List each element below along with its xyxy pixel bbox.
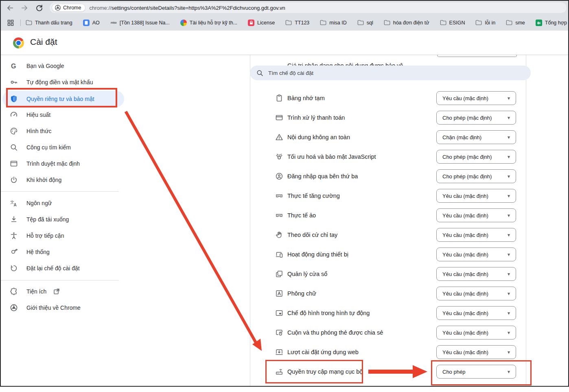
- permission-row-clipboard: Bảng nhớ tạm Yêu cầu (mặc định)▼: [250, 91, 526, 105]
- bookmark-item[interactable]: hóa đơn điện tử: [384, 20, 429, 26]
- sidebar-item-accessibility[interactable]: Hỗ trợ tiếp cận: [1, 228, 124, 244]
- bookmark-item[interactable]: sme: [506, 20, 525, 26]
- sidebar-item-autofill[interactable]: Tự động điền và mật khẩu: [1, 74, 124, 90]
- sidebar-item-privacy-security[interactable]: Quyền riêng tư và bảo mật: [2, 91, 124, 107]
- sidebar-item-default-browser[interactable]: Trình duyệt mặc định: [1, 155, 124, 172]
- window-manage-icon: [275, 270, 283, 278]
- bookmark-item[interactable]: AO: [83, 20, 100, 26]
- permission-row-captured-surface: Cuộn và thu phóng thẻ được chia sẻ Yêu c…: [250, 326, 526, 339]
- permission-dropdown[interactable]: Yêu cầu (mặc định)▼: [436, 345, 516, 359]
- diagonal-arrow-shaft: [126, 112, 256, 344]
- sidebar-item-on-startup[interactable]: Khi khởi động: [1, 172, 124, 188]
- chevron-down-icon: ▼: [507, 331, 511, 335]
- sidebar-item-reset[interactable]: Đặt lại chế độ cài đặt: [1, 260, 124, 276]
- sidebar-item-downloads[interactable]: Tệp đã tải xuống: [1, 211, 124, 228]
- payment-card-icon: [275, 114, 283, 122]
- speedometer-icon: [10, 111, 18, 119]
- puzzle-icon: [10, 287, 18, 296]
- sidebar-item-languages[interactable]: 文A Ngôn ngữ: [1, 195, 124, 211]
- google-g-icon: G: [10, 62, 18, 70]
- sidebar-item-performance[interactable]: Hiệu suất: [1, 107, 124, 123]
- bookmark-item[interactable]: License: [248, 20, 275, 26]
- permission-row-local-network: Quyền truy cập mạng cục bộ Cho phép▼: [250, 365, 526, 379]
- bookmark-item[interactable]: ESIGN: [440, 20, 465, 26]
- settings-header: Cài đặt: [1, 31, 568, 55]
- folder-icon: [320, 20, 326, 26]
- chevron-down-icon: ▼: [507, 96, 511, 101]
- v8-icon: [275, 153, 283, 161]
- refresh-button[interactable]: [33, 2, 45, 13]
- permission-dropdown[interactable]: Yêu cầu (mặc định)▼: [436, 267, 516, 281]
- chevron-down-icon: ▼: [507, 311, 511, 315]
- settings-search[interactable]: [250, 66, 531, 80]
- permission-row-window-management: Quản lý cửa sổ Yêu cầu (mặc định)▼: [250, 267, 526, 281]
- browser-window-icon: [10, 160, 18, 168]
- permission-dropdown[interactable]: Chặn (mặc định)▼: [436, 130, 516, 144]
- sidebar-item-search-engine[interactable]: Công cụ tìm kiếm: [1, 139, 124, 155]
- sidebar-item-system[interactable]: Hệ thống: [1, 244, 124, 260]
- bookmark-item[interactable]: Tài liệu hỗ trợ kỹ th...: [180, 20, 237, 26]
- site-permissions-panel: Giá trị nhận dạng cho nội dung được bảo …: [250, 55, 526, 386]
- permission-dropdown[interactable]: Yêu cầu (mặc định)▼: [436, 189, 516, 203]
- permission-row-payment-handlers: Trình xử lý thanh toán Cho phép (mặc địn…: [250, 111, 526, 125]
- apps-grid-button[interactable]: [5, 17, 16, 28]
- bookmark-item[interactable]: Thanh dấu trang: [26, 20, 72, 26]
- permission-dropdown[interactable]: Yêu cầu (mặc định)▼: [436, 287, 516, 300]
- permission-row-fonts: Phông chữ Yêu cầu (mặc định)▼: [250, 287, 526, 300]
- pip-icon: [275, 309, 283, 317]
- sidebar-item-appearance[interactable]: Hình thức: [1, 123, 124, 139]
- permission-dropdown[interactable]: Yêu cầu (mặc định)▼: [436, 247, 516, 261]
- browser-toolbar: Chrome chrome://settings/content/siteDet…: [1, 1, 568, 15]
- sidebar-item-about-chrome[interactable]: Giới thiệu về Chrome: [1, 300, 124, 316]
- folder-icon: [285, 20, 292, 26]
- clipboard-icon: [275, 94, 283, 102]
- search-input[interactable]: [268, 70, 512, 76]
- permission-dropdown[interactable]: Yêu cầu (mặc định)▼: [436, 228, 516, 242]
- ar-goggles-icon: [275, 192, 283, 200]
- permission-dropdown[interactable]: Cho phép (mặc định)▼: [436, 150, 516, 164]
- sidebar-item-you-and-google[interactable]: G Bạn và Google: [1, 58, 124, 74]
- url-origin-chip[interactable]: Chrome: [52, 4, 85, 12]
- refresh-icon: [35, 4, 43, 12]
- permission-dropdown[interactable]: Yêu cầu (mặc định)▼: [436, 91, 516, 105]
- address-bar[interactable]: Chrome chrome://settings/content/siteDet…: [50, 2, 567, 13]
- forward-arrow-icon: [21, 4, 28, 12]
- permission-dropdown[interactable]: Cho phép (mặc định)▼: [436, 169, 516, 183]
- back-button[interactable]: [4, 2, 15, 13]
- bookmark-item[interactable]: Tổng hợp năng suất...: [536, 20, 568, 26]
- url-chip-label: Chrome: [63, 5, 81, 11]
- router-icon: [275, 368, 283, 376]
- folder-icon: [357, 20, 364, 26]
- permission-dropdown[interactable]: Yêu cầu (mặc định)▼: [436, 306, 516, 320]
- folder-icon: [475, 20, 482, 26]
- permission-dropdown[interactable]: Yêu cầu (mặc định)▼: [436, 208, 516, 222]
- bookmark-item[interactable]: misa ID: [320, 20, 346, 26]
- chevron-down-icon: ▼: [507, 213, 511, 218]
- permission-dropdown[interactable]: Cho phép▼: [436, 365, 516, 379]
- permission-row-web-app-installs: Lượt cài đặt ứng dụng web Yêu cầu (mặc đ…: [250, 345, 526, 359]
- colorful-favicon: [180, 20, 187, 26]
- page-title: Cài đặt: [30, 37, 57, 47]
- sidebar-item-extensions[interactable]: Tiện ích: [1, 283, 124, 300]
- web-install-icon: [275, 348, 283, 356]
- bottom-strip: [0, 387, 569, 392]
- power-icon: [10, 176, 18, 184]
- apps-grid-icon: [7, 20, 14, 26]
- permission-dropdown[interactable]: Cho phép (mặc định)▼: [436, 111, 516, 125]
- bookmark-item[interactable]: misa [Tồn 1388] Issue Na...: [110, 20, 170, 26]
- settings-sidebar: G Bạn và Google Tự động điền và mật khẩu…: [1, 55, 125, 386]
- bookmark-item[interactable]: lỗi in: [475, 20, 495, 26]
- chevron-down-icon: ▼: [507, 252, 511, 257]
- search-icon: [256, 70, 263, 77]
- permission-row-vr: Thực tế ảo Yêu cầu (mặc định)▼: [250, 208, 526, 222]
- forward-button[interactable]: [19, 2, 30, 13]
- chevron-down-icon: ▼: [507, 135, 511, 140]
- permission-row-auto-pip: Chế độ hình trong hình tự động Yêu cầu (…: [250, 306, 526, 320]
- wrench-icon: [10, 248, 18, 256]
- bookmark-item[interactable]: sql: [357, 20, 373, 26]
- bookmark-item[interactable]: TT123: [285, 20, 309, 26]
- permission-dropdown[interactable]: Yêu cầu (mặc định)▼: [436, 326, 516, 339]
- url-scheme: chrome://: [89, 5, 111, 11]
- chevron-down-icon: ▼: [507, 370, 511, 374]
- hand-icon: [275, 231, 283, 239]
